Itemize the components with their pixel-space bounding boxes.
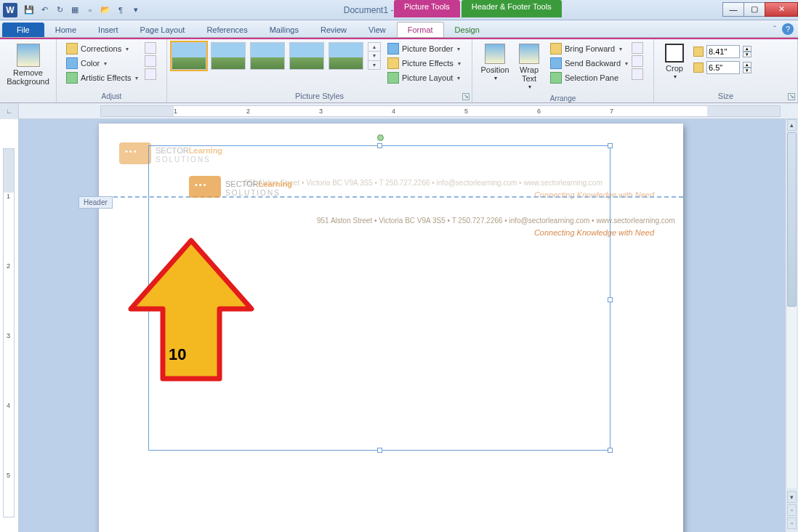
annotation-label: 10 — [169, 345, 186, 364]
rotate-handle[interactable] — [377, 134, 384, 141]
group-label-picture-styles: Picture Styles↘ — [167, 90, 472, 102]
scroll-track[interactable] — [787, 132, 797, 488]
redo-icon[interactable]: ↻ — [53, 4, 66, 17]
open-folder-icon[interactable]: 📂 — [99, 4, 112, 17]
picture-border-button[interactable]: Picture Border▾ — [385, 42, 463, 55]
position-icon — [485, 44, 505, 64]
tab-format[interactable]: Format — [397, 22, 444, 37]
close-button[interactable]: ✕ — [765, 2, 798, 17]
help-icon[interactable]: ? — [782, 23, 794, 35]
picture-effects-button[interactable]: Picture Effects▾ — [385, 57, 463, 70]
tab-view[interactable]: View — [358, 22, 397, 37]
height-down[interactable]: ▾ — [743, 52, 751, 57]
chevron-down-icon: ▾ — [135, 75, 138, 81]
width-icon — [693, 63, 704, 73]
minimize-ribbon-icon[interactable]: ˆ — [773, 25, 776, 33]
new-doc-icon[interactable]: ▫ — [84, 4, 97, 17]
gallery-style-2[interactable] — [211, 42, 246, 70]
gallery-style-1[interactable] — [172, 42, 206, 70]
corrections-button[interactable]: Corrections▾ — [64, 42, 140, 55]
crop-button[interactable]: Crop▾ — [658, 42, 690, 83]
height-up[interactable]: ▴ — [743, 46, 751, 52]
height-value: 8.41" — [709, 47, 727, 56]
undo-icon[interactable]: ↶ — [38, 4, 51, 17]
tab-mailings[interactable]: Mailings — [259, 22, 310, 37]
header-tag[interactable]: Header — [78, 196, 113, 209]
group-label-size: Size↘ — [654, 90, 797, 102]
document-scroll[interactable]: SECTORLearning SOLUTIONS 951 Alston Stre… — [19, 119, 798, 532]
tab-design[interactable]: Design — [444, 22, 491, 37]
artistic-effects-button[interactable]: Artistic Effects▾ — [64, 71, 140, 84]
change-picture-icon[interactable] — [145, 55, 156, 67]
gallery-style-3[interactable] — [250, 42, 285, 70]
prev-page-button[interactable]: ◦ — [787, 504, 797, 516]
chevron-down-icon: ▾ — [674, 73, 677, 81]
gallery-style-5[interactable] — [329, 42, 363, 70]
rotate-icon[interactable] — [632, 68, 643, 80]
next-page-button[interactable]: ◦ — [787, 517, 797, 529]
handle-s[interactable] — [377, 448, 382, 453]
reset-picture-icon[interactable] — [145, 68, 156, 80]
handle-se[interactable] — [608, 448, 613, 453]
file-tab[interactable]: File — [2, 23, 44, 37]
artistic-effects-label: Artistic Effects — [81, 73, 131, 82]
minimize-button[interactable]: — — [722, 2, 744, 17]
save-icon[interactable]: 💾 — [23, 4, 36, 17]
height-input[interactable]: 8.41" — [706, 45, 740, 58]
picture-layout-icon — [387, 72, 399, 84]
tab-selector[interactable]: ∟ — [0, 103, 19, 119]
color-button[interactable]: Color▾ — [64, 57, 140, 70]
gallery-style-4[interactable] — [289, 42, 324, 70]
corrections-icon — [66, 43, 78, 55]
width-up[interactable]: ▴ — [743, 62, 751, 68]
send-backward-button[interactable]: Send Backward▾ — [548, 57, 630, 70]
chevron-down-icon: ▾ — [619, 46, 622, 52]
picture-layout-button[interactable]: Picture Layout▾ — [385, 71, 463, 84]
remove-background-button[interactable]: Remove Background — [4, 42, 52, 87]
handle-n[interactable] — [377, 143, 382, 148]
tab-references[interactable]: References — [196, 22, 258, 37]
width-input[interactable]: 6.5" — [706, 61, 740, 74]
align-icon[interactable] — [632, 42, 643, 54]
chevron-down-icon: ▾ — [104, 60, 107, 67]
width-value: 6.5" — [709, 63, 722, 72]
handle-ne[interactable] — [608, 143, 613, 148]
dialog-launcher-icon[interactable]: ↘ — [788, 93, 795, 100]
ribbon: Remove Background Corrections▾ Color▾ Ar… — [0, 38, 798, 103]
gallery-more-button[interactable]: ▴▾▾ — [368, 42, 381, 70]
compress-pictures-icon[interactable] — [145, 42, 156, 54]
vertical-ruler[interactable]: 12345 — [0, 119, 19, 532]
quick-access-toolbar: 💾 ↶ ↻ ▦ ▫ 📂 ¶ ▾ — [23, 4, 142, 17]
picture-border-label: Picture Border — [402, 44, 453, 53]
bring-forward-button[interactable]: Bring Forward▾ — [548, 42, 630, 55]
chevron-down-icon: ▾ — [458, 60, 461, 67]
paragraph-marks-icon[interactable]: ¶ — [114, 4, 127, 17]
scroll-down-button[interactable]: ▾ — [787, 491, 797, 503]
dialog-launcher-icon[interactable]: ↘ — [462, 93, 469, 100]
qat-customize-icon[interactable]: ▾ — [129, 4, 142, 17]
qat-item-icon[interactable]: ▦ — [68, 4, 81, 17]
tab-insert[interactable]: Insert — [87, 22, 129, 37]
wrap-text-label: Wrap Text — [515, 65, 544, 83]
width-down[interactable]: ▾ — [743, 68, 751, 73]
app-icon[interactable]: W — [3, 3, 17, 17]
chevron-down-icon: ▾ — [528, 83, 531, 92]
maximize-button[interactable]: ▢ — [743, 2, 765, 17]
horizontal-ruler[interactable]: 1234567 — [100, 105, 781, 117]
vertical-scrollbar[interactable]: ▴ ▾ ◦ ◦ — [785, 119, 798, 532]
scroll-thumb[interactable] — [787, 132, 797, 307]
group-icon[interactable] — [632, 55, 643, 67]
send-backward-icon — [550, 57, 562, 69]
handle-e[interactable] — [608, 297, 613, 302]
selection-pane-button[interactable]: Selection Pane — [548, 71, 630, 84]
tab-review[interactable]: Review — [310, 22, 358, 37]
color-icon — [66, 57, 78, 69]
header-footer-tools-tab-header: Header & Footer Tools — [462, 0, 562, 17]
tab-home[interactable]: Home — [44, 22, 87, 37]
position-button[interactable]: Position▾ — [477, 42, 513, 84]
wrap-text-button[interactable]: Wrap Text▾ — [513, 42, 545, 93]
crop-label: Crop — [666, 64, 683, 73]
scroll-up-button[interactable]: ▴ — [787, 119, 797, 131]
remove-background-label: Remove Background — [6, 68, 50, 86]
tab-page-layout[interactable]: Page Layout — [129, 22, 196, 37]
